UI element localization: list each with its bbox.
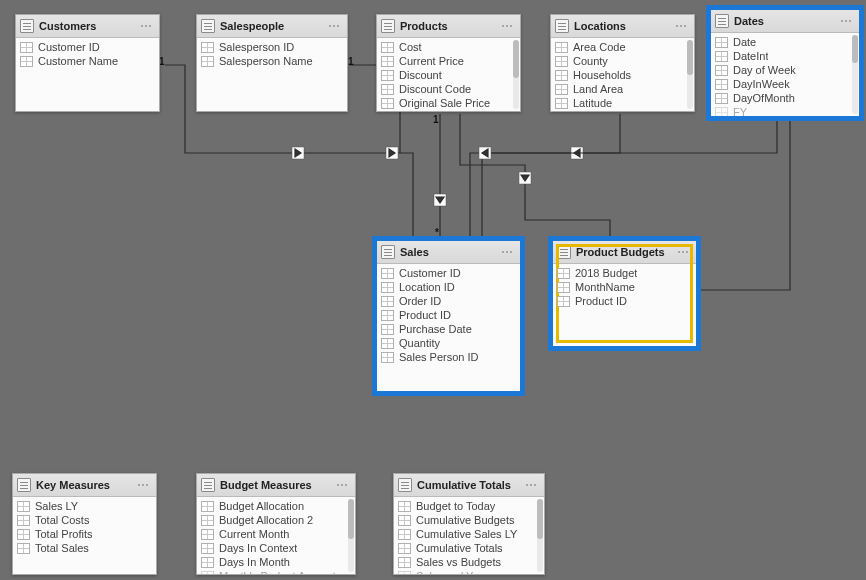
field-row[interactable]: DateInt bbox=[711, 49, 859, 63]
field-row[interactable]: Customer ID bbox=[16, 40, 159, 54]
field-row[interactable]: Day of Week bbox=[711, 63, 859, 77]
field-row[interactable]: Total Costs bbox=[13, 513, 156, 527]
scrollbar[interactable] bbox=[348, 499, 354, 572]
field-row[interactable]: Days In Month bbox=[197, 555, 355, 569]
field-row[interactable]: DayOfMonth bbox=[711, 91, 859, 105]
scrollbar-thumb[interactable] bbox=[513, 40, 519, 78]
table-product-budgets[interactable]: Product Budgets ⋯ 2018 Budget MonthName … bbox=[552, 240, 697, 347]
field-row[interactable]: Current Price bbox=[377, 54, 520, 68]
field-row[interactable]: Customer Name bbox=[16, 54, 159, 68]
table-header[interactable]: Budget Measures ⋯ bbox=[197, 474, 355, 497]
scrollbar[interactable] bbox=[537, 499, 543, 572]
table-key-measures[interactable]: Key Measures ⋯ Sales LY Total Costs Tota… bbox=[12, 473, 157, 575]
field-row[interactable]: Days In Context bbox=[197, 541, 355, 555]
table-title: Salespeople bbox=[220, 20, 326, 32]
field-row[interactable]: FY bbox=[711, 105, 859, 116]
field-row[interactable]: Cumulative Totals bbox=[394, 541, 544, 555]
scrollbar-thumb[interactable] bbox=[537, 499, 543, 539]
table-icon bbox=[381, 245, 395, 259]
table-products[interactable]: Products ⋯ Cost Current Price Discount D… bbox=[376, 14, 521, 112]
model-canvas[interactable]: 1 1 1 * Customers ⋯ Customer ID Customer… bbox=[0, 0, 866, 580]
field-row[interactable]: County bbox=[551, 54, 694, 68]
field-row[interactable]: DayInWeek bbox=[711, 77, 859, 91]
table-header[interactable]: Salespeople ⋯ bbox=[197, 15, 347, 38]
scrollbar-thumb[interactable] bbox=[348, 499, 354, 539]
field-row[interactable]: 2018 Budget bbox=[553, 266, 696, 280]
field-row[interactable]: Sales Person ID bbox=[377, 350, 520, 364]
field-row[interactable]: Budget Allocation bbox=[197, 499, 355, 513]
field-name: MonthName bbox=[575, 281, 635, 293]
more-icon[interactable]: ⋯ bbox=[138, 19, 155, 33]
field-row[interactable]: Sales vs Budgets bbox=[394, 555, 544, 569]
field-row[interactable]: Original Sale Price bbox=[377, 96, 520, 110]
field-row[interactable]: Budget to Today bbox=[394, 499, 544, 513]
more-icon[interactable]: ⋯ bbox=[326, 19, 343, 33]
table-header[interactable]: Dates ⋯ bbox=[711, 10, 859, 33]
scrollbar[interactable] bbox=[513, 40, 519, 109]
field-row[interactable]: MonthName bbox=[553, 280, 696, 294]
more-icon[interactable]: ⋯ bbox=[673, 19, 690, 33]
field-row[interactable]: Area Code bbox=[551, 40, 694, 54]
field-row[interactable]: Total Sales bbox=[13, 541, 156, 555]
table-dates[interactable]: Dates ⋯ Date DateInt Day of Week DayInWe… bbox=[710, 9, 860, 117]
field-row[interactable]: Location ID bbox=[377, 280, 520, 294]
more-icon[interactable]: ⋯ bbox=[523, 478, 540, 492]
field-row[interactable]: Budget Allocation 2 bbox=[197, 513, 355, 527]
field-row[interactable]: Land Area bbox=[551, 82, 694, 96]
more-icon[interactable]: ⋯ bbox=[838, 14, 855, 28]
table-header[interactable]: Locations ⋯ bbox=[551, 15, 694, 38]
field-row[interactable]: Product ID bbox=[377, 110, 520, 111]
field-name: Date bbox=[733, 36, 756, 48]
field-row[interactable]: Households bbox=[551, 68, 694, 82]
table-header[interactable]: Key Measures ⋯ bbox=[13, 474, 156, 497]
field-row[interactable]: Total Profits bbox=[13, 527, 156, 541]
more-icon[interactable]: ⋯ bbox=[499, 19, 516, 33]
table-header[interactable]: Customers ⋯ bbox=[16, 15, 159, 38]
field-row[interactable]: Monthly Budget Amounts bbox=[197, 569, 355, 574]
field-row[interactable]: Date bbox=[711, 35, 859, 49]
field-row[interactable]: Quantity bbox=[377, 336, 520, 350]
scrollbar-thumb[interactable] bbox=[852, 35, 858, 63]
field-row[interactable]: Discount bbox=[377, 68, 520, 82]
table-title: Sales bbox=[400, 246, 499, 258]
table-sales[interactable]: Sales ⋯ Customer ID Location ID Order ID… bbox=[376, 240, 521, 392]
field-row[interactable]: Cost bbox=[377, 40, 520, 54]
table-header[interactable]: Cumulative Totals ⋯ bbox=[394, 474, 544, 497]
field-row[interactable]: Salesperson Name bbox=[197, 54, 347, 68]
scrollbar[interactable] bbox=[852, 35, 858, 114]
table-customers[interactable]: Customers ⋯ Customer ID Customer Name bbox=[15, 14, 160, 112]
table-header[interactable]: Products ⋯ bbox=[377, 15, 520, 38]
table-locations[interactable]: Locations ⋯ Area Code County Households … bbox=[550, 14, 695, 112]
field-row[interactable]: Discount Code bbox=[377, 82, 520, 96]
table-cumulative-totals[interactable]: Cumulative Totals ⋯ Budget to Today Cumu… bbox=[393, 473, 545, 575]
field-name: Cumulative Sales LY bbox=[416, 528, 517, 540]
scrollbar[interactable] bbox=[687, 40, 693, 109]
more-icon[interactable]: ⋯ bbox=[135, 478, 152, 492]
table-title: Budget Measures bbox=[220, 479, 334, 491]
field-row[interactable]: Cumulative Sales LY bbox=[394, 527, 544, 541]
more-icon[interactable]: ⋯ bbox=[334, 478, 351, 492]
field-row[interactable]: Product ID bbox=[377, 308, 520, 322]
field-row[interactable]: Order ID bbox=[377, 294, 520, 308]
table-salespeople[interactable]: Salespeople ⋯ Salesperson ID Salesperson… bbox=[196, 14, 348, 112]
field-row[interactable]: Sales vs LY bbox=[394, 569, 544, 574]
scrollbar-thumb[interactable] bbox=[687, 40, 693, 75]
field-row[interactable]: Product ID bbox=[553, 294, 696, 308]
field-row[interactable]: Latitude bbox=[551, 96, 694, 110]
more-icon[interactable]: ⋯ bbox=[499, 245, 516, 259]
field-row[interactable]: Location ID bbox=[551, 110, 694, 111]
field-row[interactable]: Purchase Date bbox=[377, 322, 520, 336]
field-name: Sales vs Budgets bbox=[416, 556, 501, 568]
field-icon bbox=[381, 282, 394, 293]
field-row[interactable]: Salesperson ID bbox=[197, 40, 347, 54]
field-name: Sales vs LY bbox=[416, 570, 473, 574]
field-row[interactable]: Sales LY bbox=[13, 499, 156, 513]
field-row[interactable]: Current Month bbox=[197, 527, 355, 541]
field-row[interactable]: Customer ID bbox=[377, 266, 520, 280]
more-icon[interactable]: ⋯ bbox=[675, 245, 692, 259]
field-icon bbox=[398, 529, 411, 540]
table-header[interactable]: Product Budgets ⋯ bbox=[553, 241, 696, 264]
table-budget-measures[interactable]: Budget Measures ⋯ Budget Allocation Budg… bbox=[196, 473, 356, 575]
table-header[interactable]: Sales ⋯ bbox=[377, 241, 520, 264]
field-row[interactable]: Cumulative Budgets bbox=[394, 513, 544, 527]
